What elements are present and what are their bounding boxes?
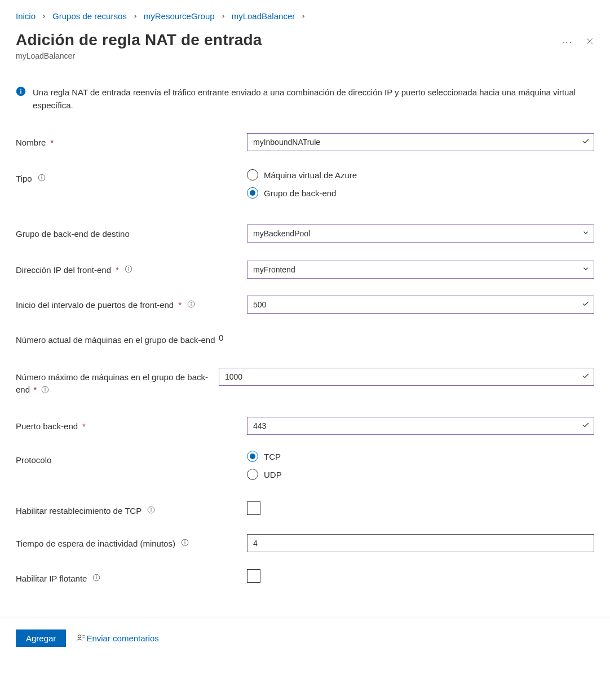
chevron-right-icon [220,11,226,21]
info-banner: Una regla NAT de entrada reenvía el tráf… [16,86,594,112]
type-radio-vm[interactable]: Máquina virtual de Azure [247,169,594,180]
svg-point-24 [78,635,81,638]
radio-label: Máquina virtual de Azure [264,170,357,180]
tcp-reset-checkbox[interactable] [247,501,260,515]
svg-point-11 [191,302,192,303]
info-hint-icon[interactable] [147,506,155,514]
backend-group-label: Grupo de back-end de destino [16,228,130,240]
page-header: Adición de regla NAT de entrada myLoadBa… [16,31,594,60]
breadcrumb-home[interactable]: Inicio [16,11,36,21]
chevron-right-icon [41,11,47,21]
port-start-label: Inicio del intervalo de puertos de front… [16,299,174,311]
radio-icon [247,187,258,199]
radio-icon [247,469,258,480]
feedback-link[interactable]: Enviar comentarios [76,633,158,643]
svg-rect-1 [20,91,21,94]
info-hint-icon[interactable] [125,265,132,273]
radio-label: TCP [264,452,281,461]
feedback-text: Enviar comentarios [86,633,158,643]
required-indicator: * [50,137,54,149]
svg-point-17 [151,508,152,509]
info-icon [16,86,27,112]
info-hint-icon[interactable] [187,300,195,308]
backend-port-input[interactable] [247,417,594,435]
add-button[interactable]: Agregar [16,629,66,647]
svg-rect-2 [20,89,21,90]
protocol-radio-tcp[interactable]: TCP [247,451,594,462]
chevron-right-icon [132,11,138,21]
required-indicator: * [178,299,182,311]
svg-point-23 [96,576,97,576]
max-machines-input[interactable] [219,368,594,386]
frontend-ip-select[interactable] [247,261,594,279]
type-radio-group: Máquina virtual de Azure Grupo de back-e… [247,169,594,199]
current-machines-value: 0 [219,331,594,342]
more-actions-button[interactable]: ··· [562,37,573,47]
info-hint-icon[interactable] [38,174,46,182]
radio-label: Grupo de back-end [264,188,336,198]
type-label: Tipo [16,173,32,185]
close-icon [585,37,594,46]
breadcrumb-my-resource-group[interactable]: myResourceGroup [144,11,215,21]
svg-point-5 [41,176,42,177]
info-hint-icon[interactable] [41,386,49,394]
svg-point-20 [184,541,185,541]
form: Nombre* Tipo Máquina virtual de Azure [16,127,594,591]
required-indicator: * [116,264,119,276]
radio-icon [247,169,258,180]
chevron-right-icon [300,11,306,21]
frontend-ip-label: Dirección IP del front-end [16,264,111,276]
floating-ip-label: Habilitar IP flotante [16,573,87,585]
port-start-input[interactable] [247,296,594,314]
required-indicator: * [82,420,86,433]
protocol-label: Protocolo [16,454,51,466]
tcp-reset-label: Habilitar restablecimiento de TCP [16,505,142,517]
floating-ip-checkbox[interactable] [247,569,260,583]
close-button[interactable] [585,37,594,47]
required-indicator: * [33,385,37,394]
breadcrumb: Inicio Grupos de recursos myResourceGrou… [16,9,594,31]
backend-port-label: Puerto back-end [16,420,78,433]
footer: Agregar Enviar comentarios [0,618,610,661]
current-machines-label: Número actual de máquinas en el grupo de… [16,334,215,346]
backend-group-select[interactable] [247,224,594,243]
breadcrumb-my-load-balancer[interactable]: myLoadBalancer [232,11,295,21]
radio-label: UDP [264,470,282,479]
page-subtitle: myLoadBalancer [16,51,262,60]
idle-timeout-label: Tiempo de espera de inactividad (minutos… [16,538,175,550]
feedback-icon [76,633,85,642]
name-input[interactable] [247,133,594,151]
type-radio-backend-group[interactable]: Grupo de back-end [247,187,594,199]
svg-point-14 [45,388,46,388]
svg-point-8 [128,267,129,268]
protocol-radio-udp[interactable]: UDP [247,469,594,480]
info-hint-icon[interactable] [92,574,100,582]
info-hint-icon[interactable] [181,539,189,547]
page-title: Adición de regla NAT de entrada [16,31,262,49]
info-text: Una regla NAT de entrada reenvía el tráf… [33,86,594,112]
idle-timeout-input[interactable] [247,534,594,552]
protocol-radio-group: TCP UDP [247,451,594,480]
breadcrumb-resource-groups[interactable]: Grupos de recursos [52,11,127,21]
name-label: Nombre [16,137,46,149]
radio-icon [247,451,258,462]
